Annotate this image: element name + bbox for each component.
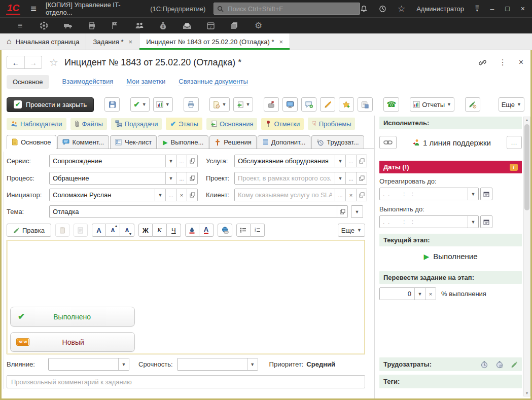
usluga-input[interactable] bbox=[235, 155, 335, 167]
sidebar-scrollbar[interactable]: ▲ ▼ bbox=[523, 117, 530, 396]
doc-schedule-dropdown-icon[interactable]: ▼ bbox=[222, 102, 227, 107]
main-menu-icon[interactable]: ≡ bbox=[30, 3, 37, 15]
bold-button[interactable]: Ж bbox=[138, 224, 153, 237]
more-actions-icon[interactable]: ⋮ bbox=[499, 58, 507, 67]
doc-schedule-button[interactable]: ▼ bbox=[209, 97, 230, 112]
paste-button[interactable] bbox=[55, 224, 69, 237]
chain-link-button[interactable] bbox=[379, 136, 397, 149]
tab-checklist[interactable]: Чек-лист bbox=[110, 135, 157, 149]
due-input[interactable]: . . : : bbox=[380, 216, 468, 228]
project-open-button[interactable] bbox=[356, 172, 367, 184]
monitor-button[interactable] bbox=[282, 97, 298, 112]
users-icon[interactable] bbox=[127, 22, 151, 29]
usluga-open-button[interactable] bbox=[356, 155, 367, 167]
target-icon[interactable] bbox=[32, 21, 56, 30]
nav-main[interactable]: Основное bbox=[7, 75, 49, 89]
save-button[interactable] bbox=[104, 97, 120, 112]
history-icon[interactable] bbox=[379, 5, 386, 13]
global-search[interactable] bbox=[214, 3, 360, 15]
font-bigger-button[interactable]: А▲ bbox=[106, 224, 120, 237]
underline-button[interactable]: Ч bbox=[167, 224, 181, 237]
bases-link[interactable]: Основания bbox=[206, 118, 258, 130]
insert-link-button[interactable] bbox=[218, 224, 232, 237]
mailbox-button[interactable] bbox=[264, 97, 279, 112]
usluga-list-button[interactable]: ... bbox=[345, 155, 356, 167]
subtasks-link[interactable]: Подзадачи bbox=[111, 118, 162, 130]
client-open-button[interactable] bbox=[356, 189, 367, 201]
react-calendar-button[interactable] bbox=[480, 188, 492, 200]
highlighter-button[interactable] bbox=[320, 97, 335, 112]
mail-icon[interactable] bbox=[175, 22, 199, 29]
nav-my-notes[interactable]: Мои заметки bbox=[126, 78, 165, 86]
scroll-down-icon[interactable]: ▼ bbox=[524, 391, 530, 395]
urgency-input[interactable] bbox=[178, 358, 247, 370]
tab-solutions[interactable]: Решения bbox=[209, 135, 256, 149]
urgency-dropdown-icon[interactable]: ▼ bbox=[247, 358, 258, 370]
theme-open-button[interactable] bbox=[337, 206, 347, 217]
service-dropdown-icon[interactable]: ▼ bbox=[165, 155, 176, 167]
printer-icon[interactable] bbox=[80, 22, 103, 30]
numbered-list-button[interactable]: 12 bbox=[251, 224, 265, 237]
report-chart-button[interactable]: ▼ bbox=[153, 97, 173, 112]
edit-button[interactable]: Правка bbox=[7, 224, 51, 237]
process-open-button[interactable] bbox=[187, 172, 197, 184]
maximize-button[interactable]: □ bbox=[505, 5, 509, 13]
files-link[interactable]: Файлы bbox=[70, 118, 107, 130]
problems-link[interactable]: ☟ Проблемы bbox=[308, 118, 355, 130]
tab-tasks-close-icon[interactable]: × bbox=[129, 38, 133, 46]
executor-select-button[interactable]: ... bbox=[507, 136, 522, 149]
stages-link[interactable]: ✔ Этапы bbox=[166, 118, 202, 130]
project-input[interactable] bbox=[235, 172, 335, 184]
fill-color-button[interactable] bbox=[185, 224, 199, 237]
client-input[interactable] bbox=[235, 189, 335, 201]
post-and-close-button[interactable]: ✔ Провести и закрыть bbox=[7, 97, 94, 112]
tab-comments[interactable]: Коммент... bbox=[57, 135, 109, 149]
editor-more-button[interactable]: Еще ▼ bbox=[338, 224, 365, 237]
service-open-button[interactable] bbox=[187, 155, 197, 167]
nav-interactions[interactable]: Взаимодействия bbox=[62, 78, 114, 86]
percent-dropdown-icon[interactable]: ▼ bbox=[414, 288, 425, 300]
forward-button[interactable]: → bbox=[24, 56, 42, 68]
money-bag-icon[interactable]: $ bbox=[151, 22, 175, 30]
initiator-input[interactable] bbox=[50, 189, 155, 201]
copy-link-icon[interactable] bbox=[478, 59, 487, 66]
initiator-open-button[interactable] bbox=[187, 189, 197, 201]
project-list-button[interactable]: ... bbox=[345, 172, 356, 184]
tab-incident-close-icon[interactable]: × bbox=[279, 38, 283, 46]
executor-value-wrap[interactable]: 1 линия поддержки bbox=[397, 138, 507, 147]
due-calendar-button[interactable] bbox=[480, 215, 492, 228]
search-input[interactable] bbox=[227, 5, 357, 13]
impact-dropdown-icon[interactable]: ▼ bbox=[118, 358, 129, 370]
process-list-button[interactable]: ... bbox=[176, 172, 187, 184]
font-button[interactable]: А bbox=[92, 224, 106, 237]
complete-dropdown-icon[interactable]: ▼ bbox=[142, 102, 147, 107]
impact-input[interactable] bbox=[49, 358, 118, 370]
scroll-thumb[interactable] bbox=[524, 124, 529, 210]
usluga-dropdown-icon[interactable]: ▼ bbox=[335, 155, 345, 167]
doc-based-button[interactable]: ▼ bbox=[233, 97, 254, 112]
flags-icon[interactable] bbox=[103, 22, 127, 29]
theme-dropdown-button[interactable]: ▼ bbox=[351, 205, 363, 218]
truck-icon[interactable] bbox=[56, 22, 80, 29]
tab-tasks[interactable]: Задания * × bbox=[86, 33, 139, 50]
process-dropdown-icon[interactable]: ▼ bbox=[165, 172, 176, 184]
tab-main[interactable]: Основное bbox=[7, 135, 56, 149]
nav-linked-documents[interactable]: Связанные документы bbox=[179, 78, 248, 86]
doc-based-dropdown-icon[interactable]: ▼ bbox=[246, 102, 251, 107]
back-button[interactable]: ← bbox=[7, 56, 24, 68]
labor-edit-pencil-icon[interactable] bbox=[511, 361, 518, 368]
due-dropdown-icon[interactable]: ▼ bbox=[468, 216, 478, 228]
close-form-button[interactable]: × bbox=[519, 58, 523, 67]
observers-link[interactable]: Наблюдатели bbox=[7, 118, 66, 130]
service-input[interactable] bbox=[50, 155, 165, 167]
tab-home[interactable]: ⌂ Начальная страница bbox=[0, 33, 86, 50]
edit-time-button[interactable] bbox=[465, 97, 480, 112]
initiator-dropdown-icon[interactable]: ▼ bbox=[155, 189, 165, 201]
initiator-clear-button[interactable]: × bbox=[176, 189, 187, 201]
stopwatch-start-icon[interactable] bbox=[480, 360, 488, 369]
commandbar-more-button[interactable]: Еще ▼ bbox=[499, 97, 524, 112]
reports-dropdown-icon[interactable]: ▼ bbox=[447, 102, 451, 107]
tab-execution[interactable]: ▶ Выполне... bbox=[158, 135, 208, 149]
client-clear-button[interactable]: × bbox=[345, 189, 356, 201]
scroll-up-icon[interactable]: ▲ bbox=[524, 118, 530, 122]
